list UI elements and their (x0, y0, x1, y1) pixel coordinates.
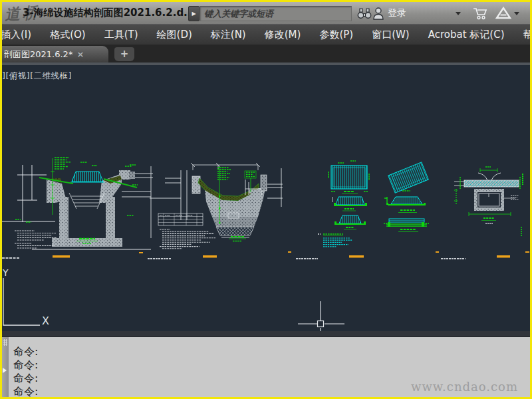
menu-acrobat[interactable]: Acrobat 标记(C) (419, 29, 514, 41)
cart-icon[interactable] (472, 5, 488, 21)
command-prompt[interactable]: 命令: (13, 385, 38, 397)
detail-rain-inlet-section[interactable] (2, 158, 153, 258)
command-line: 命令: (13, 372, 38, 385)
brand-caret-icon[interactable] (514, 12, 519, 15)
menu-window[interactable]: 窗口(W) (362, 29, 419, 41)
app-window: 道桥 3-海绵设施结构剖面图2021.6.2.d... ▶ 登录 (0, 0, 532, 399)
grip-dots-icon (3, 339, 7, 346)
detail-grate-plan-elevations[interactable] (288, 161, 369, 259)
menu-format[interactable]: 格式(O) (41, 29, 95, 41)
command-line: 命令: (13, 345, 38, 358)
panel-separator[interactable] (2, 331, 530, 337)
ucs-x-label: X (42, 315, 49, 327)
command-line-panel[interactable]: 命令: 命令: 命令: 命令: www.cndao.com (2, 337, 530, 397)
menu-tools[interactable]: 工具(T) (95, 29, 148, 41)
search-input[interactable] (200, 7, 351, 21)
menu-dimension[interactable]: 标注(N) (201, 29, 255, 41)
panel-expand-arrow-icon[interactable] (3, 368, 7, 373)
site-watermark: www.cndao.com (411, 380, 518, 394)
document-title: 3-海绵设施结构剖面图2021.6.2.d... (23, 7, 195, 19)
drawing-tab-active[interactable]: 剖面图2021.6.2* × (2, 46, 108, 63)
help-search-box[interactable] (200, 6, 352, 21)
sign-in-caret-icon[interactable] (456, 12, 461, 15)
detail-channel-box-section[interactable] (454, 167, 529, 258)
crosshair-cursor (298, 301, 344, 331)
menu-modify[interactable]: 修改(M) (255, 29, 311, 41)
new-tab-button[interactable]: + (114, 47, 134, 61)
menu-bar: 插入(I) 格式(O) 工具(T) 绘图(D) 标注(N) 修改(M) 参数(P… (2, 25, 530, 45)
tab-close-icon[interactable]: × (76, 50, 84, 59)
search-history-button[interactable]: ▶ (188, 6, 200, 21)
sign-in-label: 登录 (388, 7, 406, 19)
binoculars-icon[interactable] (356, 5, 372, 21)
cad-drawing-layer: Y X (2, 65, 530, 331)
ucs-y-label: Y (2, 267, 9, 278)
user-icon (372, 7, 384, 20)
command-panel-grip[interactable] (2, 337, 9, 397)
ucs-icon: Y X (2, 267, 49, 327)
drawing-canvas[interactable]: ][俯视][二维线框] (2, 65, 530, 331)
command-history: 命令: 命令: 命令: 命令: (13, 345, 38, 397)
menu-draw[interactable]: 绘图(D) (148, 29, 201, 41)
autodesk-logo-icon[interactable] (493, 5, 520, 21)
title-bar: 道桥 3-海绵设施结构剖面图2021.6.2.d... ▶ 登录 (2, 2, 530, 25)
detail-grate-isometric-views[interactable] (384, 162, 466, 259)
menu-help[interactable]: 帮助(H) (514, 29, 531, 41)
detail-bioretention-basin-section[interactable] (148, 163, 283, 259)
menu-insert[interactable]: 插入(I) (2, 29, 41, 41)
command-line: 命令: (13, 358, 38, 372)
menu-parametric[interactable]: 参数(P) (310, 29, 362, 41)
app-content: 道桥 3-海绵设施结构剖面图2021.6.2.d... ▶ 登录 (2, 2, 530, 397)
drawing-tab-label: 剖面图2021.6.2* (4, 49, 72, 61)
sign-in-button[interactable]: 登录 (372, 5, 461, 21)
file-tab-bar: 剖面图2021.6.2* × + (2, 45, 530, 65)
